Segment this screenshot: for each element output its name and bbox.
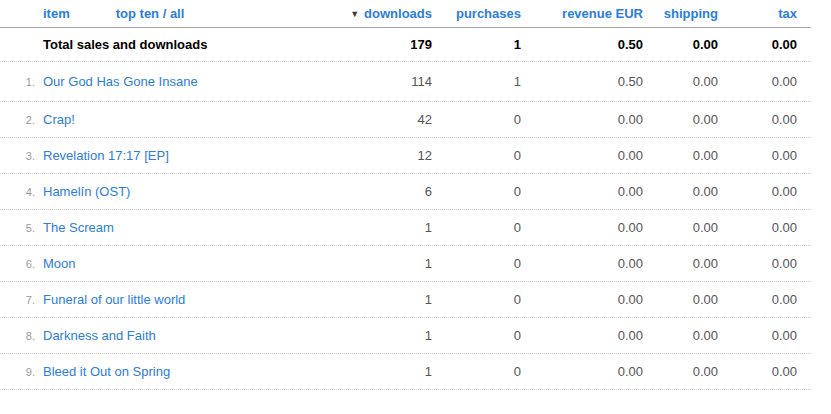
row-rank: 6. [0, 258, 35, 270]
item-link[interactable]: Revelation 17:17 [EP] [43, 148, 169, 163]
top-ten-all-toggle[interactable]: top ten / all [116, 6, 185, 21]
row-rank: 1. [0, 76, 35, 88]
purchases-header-link[interactable]: purchases [456, 6, 521, 21]
tax-value: 0.00 [718, 256, 797, 271]
tax-value: 0.00 [718, 220, 797, 235]
purchases-value: 0 [432, 364, 521, 379]
tax-value: 0.00 [718, 328, 797, 343]
purchases-value: 1 [432, 74, 521, 89]
shipping-value: 0.00 [643, 184, 718, 199]
revenue-value: 0.00 [521, 364, 643, 379]
downloads-value: 1 [250, 328, 432, 343]
table-row: 3. Revelation 17:17 [EP] 12 0 0.00 0.00 … [0, 138, 811, 174]
row-rank: 3. [0, 150, 35, 162]
revenue-header-link[interactable]: revenue EUR [562, 6, 643, 21]
tax-header-link[interactable]: tax [778, 6, 797, 21]
item-link[interactable]: Moon [43, 256, 76, 271]
item-link[interactable]: Darkness and Faith [43, 328, 156, 343]
purchases-value: 0 [432, 184, 521, 199]
row-rank: 2. [0, 114, 35, 126]
column-header-revenue[interactable]: revenue EUR [521, 6, 643, 21]
table-row: 9. Bleed it Out on Spring 1 0 0.00 0.00 … [0, 354, 811, 390]
revenue-value: 0.50 [521, 74, 643, 89]
column-header-purchases[interactable]: purchases [432, 6, 521, 21]
total-label: Total sales and downloads [35, 37, 250, 52]
downloads-value: 1 [250, 364, 432, 379]
column-header-downloads[interactable]: ▼downloads [250, 6, 432, 21]
purchases-value: 0 [432, 292, 521, 307]
table-row: 7. Funeral of our little world 1 0 0.00 … [0, 282, 811, 318]
revenue-value: 0.00 [521, 328, 643, 343]
revenue-value: 0.00 [521, 220, 643, 235]
total-shipping-value: 0.00 [643, 37, 718, 52]
downloads-value: 1 [250, 220, 432, 235]
total-tax-value: 0.00 [718, 37, 797, 52]
sales-stats-table: item top ten / all ▼downloads purchases … [0, 0, 811, 390]
column-header-item[interactable]: item [43, 6, 70, 21]
shipping-value: 0.00 [643, 220, 718, 235]
item-link[interactable]: Bleed it Out on Spring [43, 364, 170, 379]
table-row: 1. Our God Has Gone Insane 114 1 0.50 0.… [0, 62, 811, 102]
downloads-value: 6 [250, 184, 432, 199]
downloads-value: 42 [250, 112, 432, 127]
revenue-value: 0.00 [521, 184, 643, 199]
item-link[interactable]: Our God Has Gone Insane [43, 74, 198, 89]
column-header-tax[interactable]: tax [718, 6, 797, 21]
shipping-value: 0.00 [643, 328, 718, 343]
table-row: 2. Crap! 42 0 0.00 0.00 0.00 [0, 102, 811, 138]
shipping-value: 0.00 [643, 292, 718, 307]
item-link[interactable]: Crap! [43, 112, 75, 127]
shipping-value: 0.00 [643, 256, 718, 271]
table-header-row: item top ten / all ▼downloads purchases … [0, 0, 811, 28]
total-revenue-value: 0.50 [521, 37, 643, 52]
purchases-value: 0 [432, 112, 521, 127]
purchases-value: 0 [432, 220, 521, 235]
total-downloads-value: 179 [250, 37, 432, 52]
item-link[interactable]: Hamelín (OST) [43, 184, 130, 199]
table-row: 8. Darkness and Faith 1 0 0.00 0.00 0.00 [0, 318, 811, 354]
row-rank: 8. [0, 330, 35, 342]
revenue-value: 0.00 [521, 292, 643, 307]
column-header-shipping[interactable]: shipping [643, 6, 718, 21]
tax-value: 0.00 [718, 148, 797, 163]
sort-descending-icon: ▼ [350, 9, 359, 19]
downloads-value: 1 [250, 292, 432, 307]
tax-value: 0.00 [718, 292, 797, 307]
tax-value: 0.00 [718, 74, 797, 89]
purchases-value: 0 [432, 256, 521, 271]
shipping-value: 0.00 [643, 74, 718, 89]
table-row: 4. Hamelín (OST) 6 0 0.00 0.00 0.00 [0, 174, 811, 210]
table-row: 6. Moon 1 0 0.00 0.00 0.00 [0, 246, 811, 282]
row-rank: 9. [0, 366, 35, 378]
item-header-group: item top ten / all [35, 6, 250, 21]
row-rank: 5. [0, 222, 35, 234]
revenue-value: 0.00 [521, 112, 643, 127]
tax-value: 0.00 [718, 184, 797, 199]
shipping-header-link[interactable]: shipping [664, 6, 718, 21]
tax-value: 0.00 [718, 112, 797, 127]
downloads-header-link[interactable]: downloads [364, 6, 432, 21]
shipping-value: 0.00 [643, 112, 718, 127]
revenue-value: 0.00 [521, 148, 643, 163]
downloads-value: 12 [250, 148, 432, 163]
downloads-value: 1 [250, 256, 432, 271]
shipping-value: 0.00 [643, 148, 718, 163]
row-rank: 7. [0, 294, 35, 306]
revenue-value: 0.00 [521, 256, 643, 271]
tax-value: 0.00 [718, 364, 797, 379]
purchases-value: 0 [432, 328, 521, 343]
downloads-value: 114 [250, 74, 432, 89]
total-row: Total sales and downloads 179 1 0.50 0.0… [0, 28, 811, 62]
shipping-value: 0.00 [643, 364, 718, 379]
table-row: 5. The Scream 1 0 0.00 0.00 0.00 [0, 210, 811, 246]
row-rank: 4. [0, 186, 35, 198]
total-purchases-value: 1 [432, 37, 521, 52]
item-link[interactable]: Funeral of our little world [43, 292, 185, 307]
purchases-value: 0 [432, 148, 521, 163]
item-link[interactable]: The Scream [43, 220, 114, 235]
